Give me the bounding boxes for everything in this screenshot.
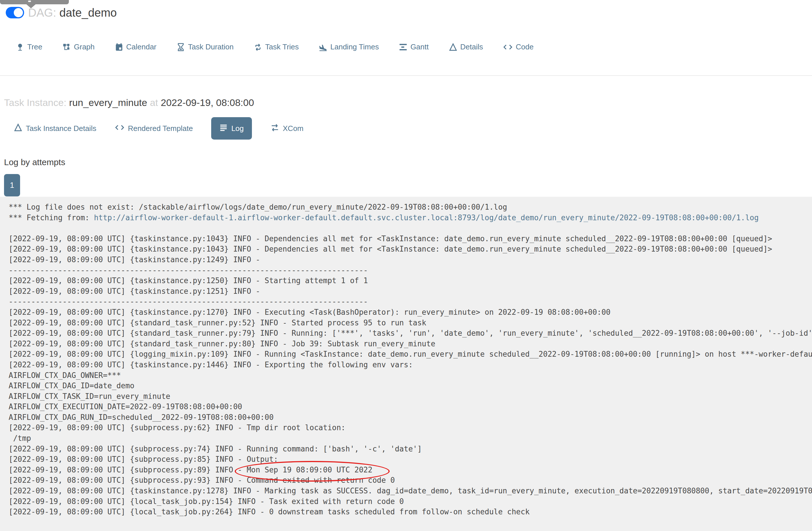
pin-icon bbox=[16, 43, 24, 52]
code-icon bbox=[503, 43, 513, 52]
tab-tree[interactable]: Tree bbox=[16, 42, 42, 52]
tab-label: Details bbox=[460, 42, 483, 52]
tab-label: Landing Times bbox=[330, 42, 379, 52]
dag-label: DAG: bbox=[28, 6, 56, 19]
task-instance-name: run_every_minute bbox=[69, 97, 147, 108]
log-line: ----------------------------------------… bbox=[9, 296, 812, 307]
tab-label: XCom bbox=[283, 124, 304, 133]
tab-label: Rendered Template bbox=[128, 124, 193, 133]
tab-details[interactable]: Details bbox=[449, 42, 483, 52]
gantt-bars-icon bbox=[399, 43, 407, 52]
tab-label: Task Tries bbox=[265, 42, 299, 52]
log-line: [2022-09-19, 08:09:00 UTC] {subprocess.p… bbox=[9, 475, 812, 486]
log-line: /tmp bbox=[9, 433, 812, 444]
tooltip-text-remnant bbox=[28, 1, 31, 2]
tab-task-duration[interactable]: Task Duration bbox=[176, 42, 234, 52]
dag-pause-toggle[interactable] bbox=[6, 7, 24, 18]
tab-task-instance-details[interactable]: Task Instance Details bbox=[14, 123, 97, 134]
task-instance-at: at bbox=[150, 97, 158, 108]
log-line: ----------------------------------------… bbox=[9, 265, 812, 276]
tab-label: Tree bbox=[27, 42, 42, 52]
tab-rendered-template[interactable]: Rendered Template bbox=[115, 123, 193, 134]
clipped-tooltip bbox=[0, 0, 69, 4]
tab-label: Code bbox=[516, 42, 533, 52]
dag-name: date_demo bbox=[59, 6, 117, 19]
tab-label: Log bbox=[231, 124, 244, 133]
tab-label: Task Instance Details bbox=[26, 124, 97, 133]
log-line: [2022-09-19, 08:09:00 UTC] {taskinstance… bbox=[9, 234, 812, 244]
log-line: [2022-09-19, 08:09:00 UTC] {taskinstance… bbox=[9, 486, 812, 496]
sitemap-icon bbox=[62, 43, 71, 52]
list-lines-icon bbox=[219, 123, 228, 134]
calendar-icon bbox=[115, 43, 124, 52]
tab-gantt[interactable]: Gantt bbox=[399, 42, 429, 52]
tab-log[interactable]: Log bbox=[211, 117, 252, 140]
log-line: [2022-09-19, 08:09:00 UTC] {standard_tas… bbox=[9, 318, 812, 328]
log-line: AIRFLOW_CTX_EXECUTION_DATE=2022-09-19T08… bbox=[9, 402, 812, 412]
toggle-knob bbox=[14, 8, 23, 17]
log-line: [2022-09-19, 08:09:00 UTC] {taskinstance… bbox=[9, 254, 812, 265]
plane-landing-icon bbox=[319, 43, 328, 52]
log-line: [2022-09-19, 08:09:00 UTC] {subprocess.p… bbox=[9, 422, 812, 433]
log-line: [2022-09-19, 08:09:00 UTC] {taskinstance… bbox=[9, 360, 812, 370]
tab-task-tries[interactable]: Task Tries bbox=[253, 42, 299, 52]
log-line: [2022-09-19, 08:09:00 UTC] {taskinstance… bbox=[9, 286, 812, 297]
retry-arrows-icon bbox=[253, 43, 262, 52]
log-url-link[interactable]: http://airflow-worker-default-1.airflow-… bbox=[94, 213, 759, 222]
page-title: DAG: date_demo bbox=[28, 6, 117, 19]
log-line: [2022-09-19, 08:09:00 UTC] {local_task_j… bbox=[9, 507, 812, 517]
task-instance-tabs: Task Instance DetailsRendered TemplateLo… bbox=[14, 117, 304, 140]
log-line: AIRFLOW_CTX_DAG_OWNER=*** bbox=[9, 370, 812, 381]
log-line: [2022-09-19, 08:09:00 UTC] {subprocess.p… bbox=[9, 465, 812, 475]
log-line: AIRFLOW_CTX_DAG_ID=date_demo bbox=[9, 380, 812, 391]
log-line: [2022-09-19, 08:09:00 UTC] {taskinstance… bbox=[9, 244, 812, 254]
tab-landing-times[interactable]: Landing Times bbox=[319, 42, 379, 52]
log-line: [2022-09-19, 08:09:00 UTC] {taskinstance… bbox=[9, 276, 812, 286]
log-output-panel: *** Log file does not exist: /stackable/… bbox=[0, 197, 812, 531]
log-line: [2022-09-19, 08:09:00 UTC] {subprocess.p… bbox=[9, 454, 812, 465]
task-instance-prefix: Task Instance: bbox=[4, 97, 66, 108]
task-instance-heading: Task Instance: run_every_minute at 2022-… bbox=[4, 97, 254, 108]
exchange-arrows-icon bbox=[270, 123, 279, 134]
log-by-attempts-heading: Log by attempts bbox=[4, 157, 65, 167]
tab-code[interactable]: Code bbox=[503, 42, 533, 52]
log-line: [2022-09-19, 08:09:00 UTC] {local_task_j… bbox=[9, 496, 812, 507]
tab-label: Task Duration bbox=[188, 42, 234, 52]
tab-label: Graph bbox=[74, 42, 95, 52]
log-line: AIRFLOW_CTX_TASK_ID=run_every_minute bbox=[9, 391, 812, 402]
code-icon bbox=[115, 123, 125, 134]
tab-xcom[interactable]: XCom bbox=[270, 123, 304, 134]
log-line: [2022-09-19, 08:09:00 UTC] {standard_tas… bbox=[9, 328, 812, 339]
tab-label: Calendar bbox=[126, 42, 157, 52]
tab-label: Gantt bbox=[410, 42, 429, 52]
log-line: [2022-09-19, 08:09:00 UTC] {subprocess.p… bbox=[9, 444, 812, 454]
hourglass-icon bbox=[176, 43, 185, 52]
task-instance-datetime: 2022-09-19, 08:08:00 bbox=[161, 97, 254, 108]
header-divider bbox=[0, 75, 812, 76]
log-line: *** Log file does not exist: /stackable/… bbox=[9, 202, 812, 212]
log-line: *** Fetching from: http://airflow-worker… bbox=[9, 212, 812, 223]
log-text: *** Fetching from: bbox=[9, 213, 94, 222]
log-line: [2022-09-19, 08:09:00 UTC] {standard_tas… bbox=[9, 339, 812, 349]
log-line: AIRFLOW_CTX_DAG_RUN_ID=scheduled__2022-0… bbox=[9, 412, 812, 423]
airflow-task-log-page: { "colors": { "accent": "#51758f", "togg… bbox=[0, 0, 812, 531]
triangle-icon bbox=[14, 123, 23, 134]
log-line: [2022-09-19, 08:09:00 UTC] {logging_mixi… bbox=[9, 349, 812, 360]
triangle-icon bbox=[449, 43, 458, 52]
dag-view-tabs: TreeGraphCalendarTask DurationTask Tries… bbox=[16, 42, 534, 52]
attempt-tabs: 1 bbox=[4, 174, 20, 196]
attempt-1-button[interactable]: 1 bbox=[4, 174, 20, 196]
log-line: [2022-09-19, 08:09:00 UTC] {taskinstance… bbox=[9, 307, 812, 318]
log-line bbox=[9, 223, 812, 234]
tab-graph[interactable]: Graph bbox=[62, 42, 95, 52]
tab-calendar[interactable]: Calendar bbox=[115, 42, 157, 52]
dag-header: DAG: date_demo bbox=[6, 6, 117, 19]
